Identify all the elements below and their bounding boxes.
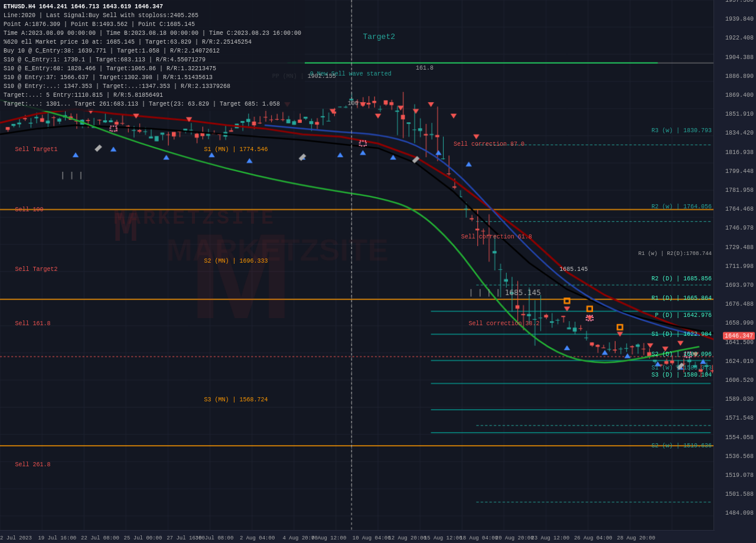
r2-d-label: R2 (D) | 1685.856 <box>651 276 712 282</box>
r1-d-label: R1 (D) | 1665.864 <box>651 295 712 302</box>
fib-1618-label: 161.8 <box>416 65 434 71</box>
price-label: 1957.380 <box>725 0 754 4</box>
price-label: 1624.010 <box>725 358 754 364</box>
sell-1618-label: Sell 161.8 <box>15 320 51 327</box>
price-label: 1589.030 <box>725 396 754 403</box>
price-label: 1746.978 <box>725 225 754 231</box>
info-line-10: Target:...: 1301... Target 261:683.113 |… <box>4 100 301 109</box>
time-label: 19 Jul 16:00 <box>38 535 76 541</box>
sell-2618-label: Sell 261.8 <box>15 462 51 468</box>
time-label: 12 Jul 2023 <box>0 535 32 541</box>
time-label: 20 Aug 20:00 <box>496 535 534 541</box>
info-line-2: Time A:2023.08.09 00:00:00 | Time B:2023… <box>4 29 301 38</box>
price-label: 1816.938 <box>725 149 754 155</box>
price-label: 1711.998 <box>725 263 754 269</box>
subtitle-line: Line:2020 | Last Signal:Buy Sell with st… <box>4 11 301 20</box>
price-scale: 1957.3801939.8401922.4081904.3881886.890… <box>713 0 756 543</box>
info-line-1: Point A:1876.309 | Point B:1493.562 | Po… <box>4 20 301 29</box>
time-label: 28 Aug 20:00 <box>617 535 655 541</box>
price-label: 1571.548 <box>725 415 754 421</box>
chart-container: M MARKETZSITE ETHUSD.H4 1644.241 1646.71… <box>0 0 756 543</box>
sell-target1-label: Sell Target1 <box>15 146 58 153</box>
price-label: 1764.468 <box>725 206 754 212</box>
s2-w-label: S2 (w) | 1519.636 <box>651 443 712 449</box>
info-line-6: S10 @ E_Entry:68: 1828.466 | Target:1065… <box>4 64 301 73</box>
price-label: 1886.890 <box>725 73 754 79</box>
sell-correction-870-label: Sell correction 87.0 <box>454 141 524 148</box>
fib-100-label: 100 <box>348 100 359 107</box>
info-line-4: Buy 10 @ C_Entry:38: 1639.771 | Target:1… <box>4 47 301 55</box>
time-label: 26 Aug 04:00 <box>574 535 612 541</box>
price-label: 1519.078 <box>725 472 754 479</box>
price-1685-label: 1685.145 <box>559 266 588 273</box>
sell-correction-382-label: Sell correction 38.2 <box>469 320 540 327</box>
price-label: 1484.098 <box>725 510 754 516</box>
r2-w-label: R2 (w) | 1764.056 <box>651 204 712 210</box>
price-label: 1939.840 <box>725 16 754 22</box>
watermark-text: MARKETZSITE <box>113 207 276 230</box>
price-label: 1851.910 <box>725 111 754 117</box>
sell-target2-label: Sell Target2 <box>15 266 58 273</box>
s2-mn-label: S2 (MN) | 1696.333 <box>204 258 268 264</box>
time-label: 18 Aug 04:00 <box>460 535 498 541</box>
info-line-9: Target:...: 5 Entry:1110.815 | R/R:5.818… <box>4 91 301 100</box>
price-label: 1658.990 <box>725 320 754 326</box>
time-label: 2 Aug 04:00 <box>240 535 275 541</box>
s3-mn-label: S3 (MN) | 1568.724 <box>204 397 268 403</box>
price-label: 1536.568 <box>725 453 754 459</box>
s1-d-label: S1 (D) | 1622.984 <box>651 331 712 338</box>
price-label: 1904.388 <box>725 54 754 60</box>
price-label: 1729.488 <box>725 244 754 250</box>
s1-w-label: S1 (w) | 1586.373 <box>651 365 712 371</box>
current-price-label: 1646.347 <box>723 332 755 339</box>
price-label: 1501.588 <box>725 491 754 498</box>
price-label: 1641.500 <box>725 339 754 345</box>
price-label: 1606.520 <box>725 377 754 384</box>
price-label: 1799.448 <box>725 168 754 174</box>
symbol-title: ETHUSD.H4 1644.241 1646.713 1643.619 164… <box>4 4 163 10</box>
sell-100-label: Sell 100 <box>15 207 44 213</box>
time-label: 7 Aug 12:00 <box>311 535 346 541</box>
price-label: 1869.400 <box>725 92 754 99</box>
sell-correction-618-label: Sell correction 61.8 <box>461 234 532 240</box>
s2-d-label: S2 (D) | 1600.096 <box>651 351 712 358</box>
time-label: 10 Aug 04:00 <box>353 535 391 541</box>
info-line-7: S10 @ Entry:37: 1566.637 | Target:1302.3… <box>4 73 301 82</box>
time-label: 15 Aug 12:00 <box>424 535 462 541</box>
price-label: 1676.488 <box>725 301 754 308</box>
price-label: 1922.408 <box>725 35 754 41</box>
r3-w-label: R3 (w) | 1830.793 <box>651 127 712 134</box>
s3-d-label: S3 (D) | 1580.104 <box>651 372 712 378</box>
time-scale: 12 Jul 202319 Jul 16:0022 Jul 08:0025 Ju… <box>0 530 715 543</box>
time-label: 12 Aug 20:00 <box>388 535 426 541</box>
info-line-5: S10 @ C_Entry:1: 1730.1 | Target:683.113… <box>4 55 301 64</box>
r1-w-label: R1 (w) | R2(D):1708.744 <box>638 251 712 257</box>
target2-label: Target2 <box>363 32 395 41</box>
p-d-label: P (D) | 1642.976 <box>655 312 712 319</box>
s1-mn-label: S1 (MN) | 1774.546 <box>204 146 268 153</box>
price-label: 1693.970 <box>725 282 754 289</box>
price-label: 1781.958 <box>725 187 754 194</box>
time-label: 30 Jul 08:00 <box>195 535 234 541</box>
price-label: 1554.058 <box>725 434 754 440</box>
time-label: 22 Jul 08:00 <box>81 535 119 541</box>
info-overlay: ETHUSD.H4 1644.241 1646.713 1643.619 164… <box>0 0 305 111</box>
info-line-3: %620 ell Market price 10 at: 1685.145 | … <box>4 38 301 47</box>
time-label: 23 Aug 12:00 <box>531 535 569 541</box>
time-label: 25 Jul 00:00 <box>124 535 162 541</box>
info-line-8: S10 @ Entry:...: 1347.353 | Target:...:1… <box>4 82 301 91</box>
price-label: 1834.420 <box>725 130 754 136</box>
